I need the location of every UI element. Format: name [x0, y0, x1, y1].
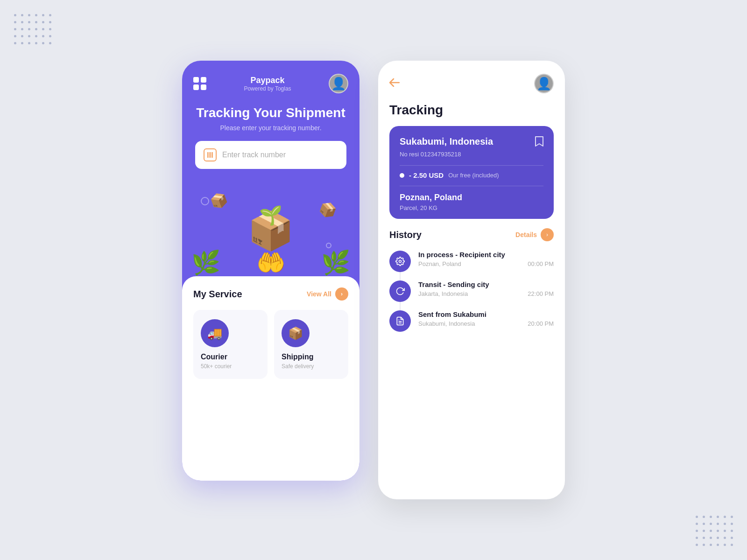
courier-name: Courier	[201, 353, 260, 361]
tracking-search-bar[interactable]: Enter track number	[195, 141, 346, 169]
timeline-item-2: Transit - Sending city Jakarta, Indonesi…	[389, 280, 554, 310]
timeline-icon-1	[389, 251, 411, 272]
timeline-location-2: Jakarta, Indonesia	[418, 290, 468, 297]
illustration-area: 🌿 🌿 📦 📦 🌱 📦 🤲	[182, 174, 359, 276]
back-button[interactable]	[389, 78, 400, 89]
search-placeholder-text: Enter track number	[222, 151, 286, 159]
main-illustration: 🌱 📦 🤲	[247, 195, 294, 276]
service-header: My Service View All ›	[193, 287, 348, 301]
hero-subtitle: Please enter your tracking number.	[193, 124, 348, 132]
timeline-icon-3	[389, 310, 411, 332]
dots-decoration-br	[696, 516, 733, 546]
view-all-arrow-icon: ›	[335, 287, 348, 301]
shipping-name: Shipping	[282, 353, 341, 361]
timeline-location-1: Poznan, Poland	[418, 260, 461, 267]
svg-rect-2	[210, 152, 211, 158]
svg-rect-1	[209, 152, 209, 158]
courier-icon: 🚚	[201, 319, 229, 347]
circle-deco-1	[201, 197, 209, 205]
courier-desc: 50k+ courier	[201, 363, 260, 370]
hand-icon: 🤲	[247, 249, 294, 276]
timeline-location-3: Sukabumi, Indonesia	[418, 320, 475, 327]
hero-section: Tracking Your Shipment Please enter your…	[182, 101, 359, 169]
timeline-item-3: Sent from Sukabumi Sukabumi, Indonesia 2…	[389, 310, 554, 340]
dest-city: Poznan, Poland	[400, 193, 543, 203]
leaf-right: 🌿	[321, 249, 350, 276]
package-deco-left: 📦	[208, 190, 230, 211]
main-container: Paypack Powered by Toglas 👤 Tracking You…	[163, 42, 584, 518]
history-header: History Details ›	[389, 228, 554, 241]
timeline-event-2: Transit - Sending city	[418, 280, 554, 288]
timeline-time-1: 00:00 PM	[528, 260, 554, 267]
details-arrow-icon[interactable]: ›	[541, 228, 554, 241]
left-phone: Paypack Powered by Toglas 👤 Tracking You…	[182, 61, 359, 481]
view-all-button[interactable]: View All ›	[307, 287, 348, 301]
shipping-desc: Safe delivery	[282, 363, 341, 370]
hero-title: Tracking Your Shipment	[193, 105, 348, 120]
svg-rect-4	[212, 152, 213, 158]
app-name: Paypack	[244, 76, 291, 85]
bookmark-icon[interactable]	[535, 136, 543, 149]
timeline: In process - Recipient city Poznan, Pola…	[389, 251, 554, 340]
price-dot	[400, 173, 404, 178]
service-grid: 🚚 Courier 50k+ courier 📦 Shipping Safe d…	[193, 310, 348, 379]
dots-decoration-tl	[14, 14, 51, 44]
price-amount: - 2.50 USD	[409, 171, 444, 179]
price-row: - 2.50 USD Our free (included)	[400, 171, 543, 179]
divider-1	[400, 165, 543, 166]
barcode-icon	[204, 148, 217, 161]
shipping-icon: 📦	[282, 319, 310, 347]
timeline-event-3: Sent from Sukabumi	[418, 310, 554, 318]
package-deco-right: 📦	[317, 199, 338, 221]
details-row: Details ›	[515, 228, 554, 241]
shipping-service-card[interactable]: 📦 Shipping Safe delivery	[274, 310, 348, 379]
timeline-content-1: In process - Recipient city Poznan, Pola…	[418, 251, 554, 280]
details-label[interactable]: Details	[515, 231, 537, 238]
divider-2	[400, 186, 543, 186]
svg-point-5	[399, 260, 402, 263]
timeline-content-2: Transit - Sending city Jakarta, Indonesi…	[418, 280, 554, 310]
timeline-detail-row-3: Sukabumi, Indonesia 20:00 PM	[418, 320, 554, 327]
grid-icon[interactable]	[193, 77, 206, 90]
view-all-label: View All	[307, 290, 331, 298]
leaf-left: 🌿	[191, 249, 220, 276]
page-title: Tracking	[389, 103, 554, 118]
svg-rect-3	[211, 152, 211, 158]
price-label: Our free (included)	[448, 172, 499, 179]
circle-deco-2	[326, 243, 331, 248]
left-phone-header: Paypack Powered by Toglas 👤	[182, 61, 359, 101]
tracking-card-top: Sukabumi, Indonesia	[400, 136, 543, 149]
tracking-resi: No resi 012347935218	[400, 151, 543, 158]
tracking-card: Sukabumi, Indonesia No resi 012347935218…	[389, 126, 554, 219]
svg-rect-0	[207, 152, 208, 158]
timeline-time-3: 20:00 PM	[528, 320, 554, 327]
my-service-title: My Service	[193, 289, 242, 300]
avatar-image: 👤	[331, 77, 346, 90]
timeline-detail-row-2: Jakarta, Indonesia 22:00 PM	[418, 290, 554, 297]
services-section: My Service View All › 🚚 Courier 50k+ cou…	[182, 276, 359, 481]
timeline-event-1: In process - Recipient city	[418, 251, 554, 259]
timeline-time-2: 22:00 PM	[528, 290, 554, 297]
history-title: History	[389, 230, 422, 240]
plant-icon: 🌱	[259, 204, 282, 226]
avatar[interactable]: 👤	[329, 74, 348, 93]
right-phone-header: 👤	[389, 74, 554, 93]
origin-city: Sukabumi, Indonesia	[400, 136, 493, 147]
dest-detail: Parcel, 20 KG	[400, 204, 543, 211]
app-powered-by: Powered by Toglas	[244, 85, 291, 92]
timeline-item-1: In process - Recipient city Poznan, Pola…	[389, 251, 554, 280]
timeline-content-3: Sent from Sukabumi Sukabumi, Indonesia 2…	[418, 310, 554, 340]
courier-service-card[interactable]: 🚚 Courier 50k+ courier	[193, 310, 268, 379]
app-title-block: Paypack Powered by Toglas	[244, 76, 291, 92]
timeline-detail-row-1: Poznan, Poland 00:00 PM	[418, 260, 554, 267]
right-avatar-image: 👤	[536, 77, 551, 90]
right-phone: 👤 Tracking Sukabumi, Indonesia No resi 0…	[378, 61, 565, 499]
timeline-icon-2	[389, 280, 411, 302]
right-avatar[interactable]: 👤	[534, 74, 554, 93]
